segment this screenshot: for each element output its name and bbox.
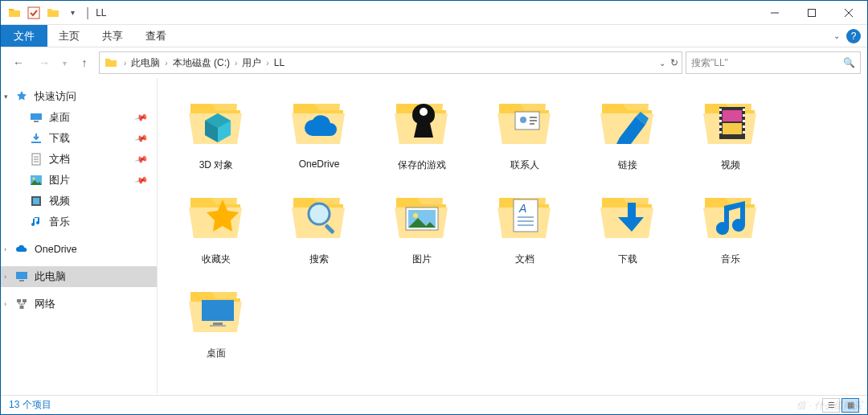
folder-download[interactable]: 下载: [592, 187, 664, 266]
folder-search[interactable]: 搜索: [283, 187, 355, 266]
pin-icon: 📌: [134, 152, 149, 166]
maximize-button[interactable]: [793, 1, 830, 25]
file-list[interactable]: 3D 对象OneDrive保存的游戏联系人链接视频收藏夹搜索图片A文档下载音乐桌…: [158, 78, 867, 393]
ribbon-tab-home[interactable]: 主页: [47, 25, 91, 47]
folder-label: OneDrive: [299, 158, 340, 170]
sidebar-item-label: 桌面: [49, 111, 70, 125]
network-icon: [15, 298, 28, 310]
sidebar-item-label: 网络: [35, 298, 55, 311]
chevron-right-icon[interactable]: ›: [4, 245, 6, 253]
sidebar-item-label: 此电脑: [35, 270, 66, 284]
svg-rect-31: [719, 114, 722, 117]
svg-rect-16: [16, 272, 27, 279]
sidebar-item-label: 音乐: [49, 216, 70, 229]
folder-label: 搜索: [309, 253, 329, 266]
folder-icon: [597, 187, 658, 248]
picture-icon: [30, 174, 43, 187]
sidebar-quick-access[interactable]: ▾ 快速访问: [1, 86, 157, 107]
folder-icon: [494, 92, 555, 154]
folder-contact[interactable]: 联系人: [489, 92, 561, 172]
folder-document[interactable]: A文档: [489, 187, 561, 266]
sidebar-item-music[interactable]: 音乐: [1, 212, 157, 232]
svg-rect-29: [723, 123, 742, 134]
download-icon: [30, 132, 43, 145]
sidebar-network[interactable]: › 网络: [1, 294, 157, 314]
sidebar-item-download[interactable]: 下载📌: [1, 128, 157, 149]
svg-rect-24: [530, 117, 537, 118]
forward-button[interactable]: →: [33, 51, 55, 74]
breadcrumb-drive-c[interactable]: 本地磁盘 (C:): [173, 56, 230, 70]
folder-icon: [597, 92, 658, 154]
svg-rect-25: [530, 120, 537, 121]
pin-icon: 📌: [134, 110, 149, 125]
svg-rect-26: [530, 123, 534, 125]
search-input[interactable]: 搜索"LL" 🔍: [686, 51, 861, 74]
folder-cloud[interactable]: OneDrive: [283, 92, 355, 172]
folder-picture[interactable]: 图片: [386, 187, 458, 266]
breadcrumb-current[interactable]: LL: [274, 57, 285, 68]
svg-rect-32: [719, 120, 722, 122]
back-button[interactable]: ←: [7, 51, 30, 74]
monitor-icon: [15, 270, 28, 283]
search-icon[interactable]: 🔍: [843, 57, 855, 68]
svg-point-23: [520, 117, 526, 123]
chevron-right-icon[interactable]: ›: [4, 273, 6, 281]
sidebar-this-pc[interactable]: › 此电脑: [1, 266, 157, 287]
minimize-button[interactable]: [756, 1, 793, 25]
folder-label: 视频: [721, 158, 740, 172]
sidebar-item-label: 下载: [49, 132, 70, 146]
chevron-right-icon[interactable]: ›: [124, 59, 126, 68]
folder-chess[interactable]: 保存的游戏: [386, 92, 458, 172]
folder-icon: [391, 187, 452, 248]
pin-icon: 📌: [134, 173, 149, 187]
up-button[interactable]: ↑: [73, 51, 96, 74]
folder-icon: [289, 92, 350, 154]
ribbon-tab-share[interactable]: 共享: [91, 25, 134, 47]
ribbon-tab-view[interactable]: 查看: [134, 25, 178, 47]
recent-dropdown[interactable]: ▾: [59, 51, 70, 74]
sidebar-item-label: 快速访问: [35, 90, 76, 104]
chevron-right-icon[interactable]: ›: [235, 59, 237, 68]
refresh-icon[interactable]: ↻: [670, 57, 678, 68]
folder-cube[interactable]: 3D 对象: [180, 92, 252, 172]
sidebar-item-desktop[interactable]: 桌面📌: [1, 107, 157, 128]
search-placeholder: 搜索"LL": [691, 56, 728, 70]
close-button[interactable]: [830, 1, 867, 25]
folder-icon: [391, 92, 452, 154]
folder-icon: [186, 92, 247, 154]
breadcrumb-users[interactable]: 用户: [242, 56, 261, 70]
document-icon: [30, 153, 43, 166]
folder-music[interactable]: 音乐: [694, 187, 767, 266]
svg-point-44: [413, 213, 418, 218]
main-area: ▾ 快速访问 桌面📌下载📌文档📌图片📌视频音乐 › OneDrive › 此电脑…: [1, 78, 867, 393]
address-dropdown-icon[interactable]: ⌄: [659, 59, 665, 68]
folder-icon: [700, 92, 761, 154]
watermark: 值 · 什么值得买: [796, 399, 862, 413]
navigation-row: ← → ▾ ↑ › 此电脑 › 本地磁盘 (C:) › 用户 › LL ⌄ ↻ …: [1, 47, 867, 78]
chevron-right-icon[interactable]: ›: [4, 300, 6, 308]
folder-star[interactable]: 收藏夹: [180, 187, 252, 266]
sidebar-item-picture[interactable]: 图片📌: [1, 170, 157, 191]
address-bar[interactable]: › 此电脑 › 本地磁盘 (C:) › 用户 › LL ⌄ ↻: [99, 51, 682, 74]
ribbon-expand-icon[interactable]: ⌄: [830, 28, 843, 43]
svg-rect-50: [202, 300, 234, 321]
svg-rect-30: [719, 109, 722, 111]
folder-icon: [289, 187, 350, 248]
breadcrumb-this-pc[interactable]: 此电脑: [131, 56, 160, 70]
sidebar-item-video[interactable]: 视频: [1, 191, 157, 212]
svg-point-13: [33, 178, 35, 180]
folder-film[interactable]: 视频: [694, 92, 767, 172]
chevron-down-icon[interactable]: ▾: [4, 92, 8, 101]
folder-desktop[interactable]: 桌面: [180, 281, 252, 360]
folder-link[interactable]: 链接: [592, 92, 664, 172]
sidebar-onedrive[interactable]: › OneDrive: [1, 239, 157, 260]
sidebar-item-document[interactable]: 文档📌: [1, 149, 157, 170]
properties-check-icon[interactable]: [25, 4, 43, 22]
chevron-right-icon[interactable]: ›: [266, 59, 268, 68]
svg-rect-0: [28, 7, 39, 18]
qat-dropdown-icon[interactable]: ▾: [63, 4, 81, 22]
chevron-right-icon[interactable]: ›: [165, 59, 167, 68]
ribbon-file-tab[interactable]: 文件: [1, 25, 47, 47]
folder-label: 链接: [618, 158, 637, 172]
help-icon[interactable]: ?: [846, 29, 861, 43]
